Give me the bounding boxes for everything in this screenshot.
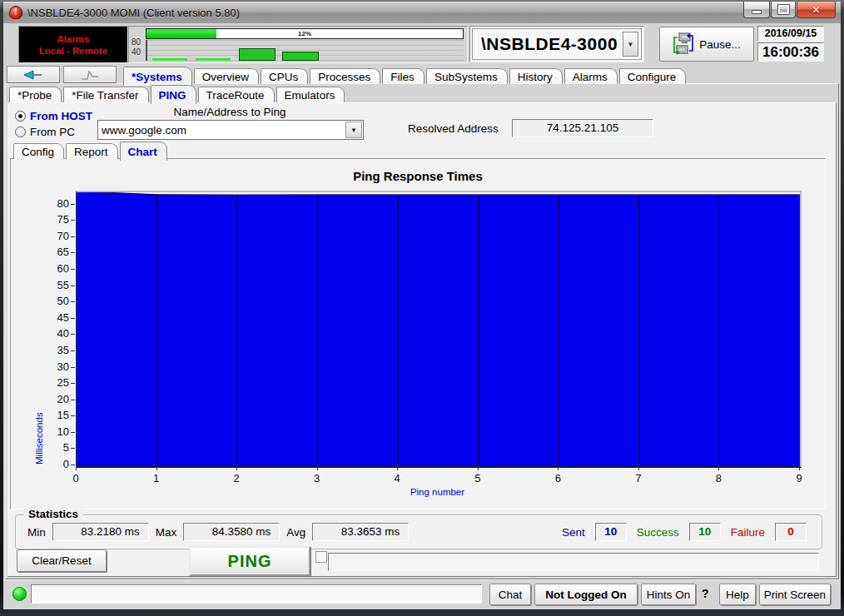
cpu-busy-bar — [152, 58, 187, 61]
x-tick-label: 2 — [226, 472, 246, 484]
ping-area-chart — [77, 192, 800, 466]
y-tick-label: 25 — [46, 376, 69, 389]
sub-tab-row: *Probe*File TransferPINGTraceRouteEmulat… — [9, 83, 346, 102]
x-tick-mark — [478, 466, 479, 470]
system-selector[interactable]: \NSBLDE4-3000 ▼ — [469, 26, 644, 62]
view-tab-row: ConfigReportChart — [13, 140, 169, 159]
help-label: Help — [726, 589, 749, 601]
x-tick-label: 5 — [468, 472, 488, 484]
from-host-radio[interactable] — [15, 111, 26, 122]
help-button[interactable]: Help — [719, 584, 756, 605]
hints-label: Hints On — [647, 589, 691, 601]
avg-value: 83.3653 ms — [312, 523, 409, 541]
from-pc-radio[interactable] — [15, 127, 26, 137]
tab-cpus[interactable]: CPUs — [261, 68, 308, 84]
tab-chart[interactable]: Chart — [120, 142, 167, 161]
tab-config[interactable]: Config — [13, 143, 64, 159]
tab-file-transfer[interactable]: *File Transfer — [63, 87, 148, 102]
hints-button[interactable]: Hints On — [641, 584, 696, 605]
tab-emulators[interactable]: Emulators — [276, 87, 345, 102]
resolved-address-value: 74.125.21.105 — [512, 119, 653, 137]
logon-button[interactable]: Not Logged On — [534, 584, 638, 605]
chat-button[interactable]: Chat — [489, 584, 531, 605]
x-tick-label: 9 — [789, 472, 809, 484]
max-label: Max — [156, 526, 177, 539]
y-tick-mark — [71, 464, 75, 465]
tab-probe[interactable]: *Probe — [9, 87, 62, 102]
x-tick-mark — [156, 466, 157, 470]
progress-label: 12% — [146, 29, 463, 38]
plot-area — [76, 191, 802, 468]
address-combobox[interactable]: ▼ — [97, 120, 364, 140]
y-tick-mark — [71, 252, 75, 253]
y-axis-title: Milliseconds — [34, 191, 44, 464]
combo-dropdown-icon[interactable]: ▼ — [345, 122, 362, 138]
y-tick-label: 75 — [46, 213, 69, 226]
maximize-button[interactable] — [771, 2, 796, 18]
print-screen-button[interactable]: Print Screen — [759, 584, 831, 605]
statistics-left: Min 83.2180 ms Max 84.3580 ms Avg 83.365… — [27, 523, 409, 541]
tab-files[interactable]: Files — [382, 68, 424, 84]
y-tick-mark — [71, 448, 75, 449]
chevron-down-icon[interactable]: ▼ — [623, 32, 638, 57]
tab-overview[interactable]: Overview — [194, 68, 259, 84]
cpu-mini-chart — [146, 40, 464, 61]
address-input[interactable] — [100, 122, 346, 138]
minimize-icon — [752, 10, 762, 14]
cpu-busy-bar — [239, 48, 276, 61]
command-checkbox[interactable] — [315, 551, 327, 563]
from-pc-option[interactable]: From PC — [15, 126, 75, 138]
x-tick-mark — [317, 466, 318, 470]
y-tick-mark — [71, 286, 75, 286]
progress-bar: 12% — [146, 28, 464, 39]
chart-title: Ping Response Times — [11, 169, 825, 183]
statistics-legend: Statistics — [24, 508, 82, 520]
cpu-meter-panel: 12% 80 40 — [128, 26, 468, 63]
clear-reset-button[interactable]: Clear/Reset — [17, 549, 107, 572]
tab-subsystems[interactable]: SubSystems — [426, 68, 508, 84]
tab-report[interactable]: Report — [66, 143, 118, 159]
y-tick-mark — [71, 301, 75, 302]
max-value: 84.3580 ms — [183, 523, 280, 541]
y-tick-mark — [71, 350, 75, 351]
from-host-option[interactable]: From HOST — [15, 110, 92, 122]
y-tick-mark — [71, 367, 75, 368]
datetime-panel: 2016/09/15 16:00:36 — [757, 26, 824, 61]
trend-graph-button[interactable] — [63, 66, 117, 83]
tab-processes[interactable]: Processes — [310, 68, 380, 84]
statistics-right: Sent 10 Success 10 Failure 0 — [562, 523, 807, 541]
close-button[interactable]: ✕ — [797, 2, 836, 18]
success-label: Success — [637, 526, 679, 539]
command-field[interactable] — [328, 553, 819, 571]
y-tick-mark — [71, 318, 75, 319]
resolved-address-label: Resolved Address — [408, 122, 499, 135]
question-mark-button[interactable]: ? — [702, 587, 709, 600]
tab-ping[interactable]: PING — [151, 85, 196, 104]
app-icon: ! — [9, 6, 22, 19]
sent-value: 10 — [595, 523, 627, 541]
y-tick-label: 40 — [46, 327, 69, 340]
pause-button-label: Pause... — [699, 38, 741, 51]
minimize-button[interactable] — [743, 2, 770, 18]
send-back-button[interactable] — [7, 66, 60, 83]
y-tick-label: 60 — [46, 262, 69, 275]
tab-configure[interactable]: Configure — [619, 68, 687, 84]
y-tick-label: 0 — [46, 458, 69, 470]
min-label: Min — [27, 526, 46, 539]
tab-traceroute[interactable]: TraceRoute — [198, 87, 275, 102]
y-tick-label: 70 — [46, 230, 69, 242]
ping-panel: From HOST From PC Name/Address to Ping ▼… — [7, 102, 837, 577]
print-screen-label: Print Screen — [764, 589, 826, 601]
tab-alarms[interactable]: Alarms — [564, 68, 618, 84]
tab-history[interactable]: History — [509, 68, 563, 84]
statistics-groupbox: Statistics Min 83.2180 ms Max 84.3580 ms… — [15, 514, 822, 549]
sent-label: Sent — [562, 526, 585, 539]
y-tick-mark — [71, 383, 75, 384]
y-tick-mark — [71, 400, 75, 400]
ping-button[interactable]: PING — [189, 546, 310, 576]
pause-button[interactable]: Pause... — [659, 27, 754, 62]
x-tick-label: 0 — [66, 472, 86, 484]
alarms-indicator[interactable]: Alarms Local - Remote — [18, 26, 128, 63]
main-tab-row: *SystemsOverviewCPUsProcessesFilesSubSys… — [7, 65, 839, 84]
y-tick-mark — [71, 204, 75, 205]
